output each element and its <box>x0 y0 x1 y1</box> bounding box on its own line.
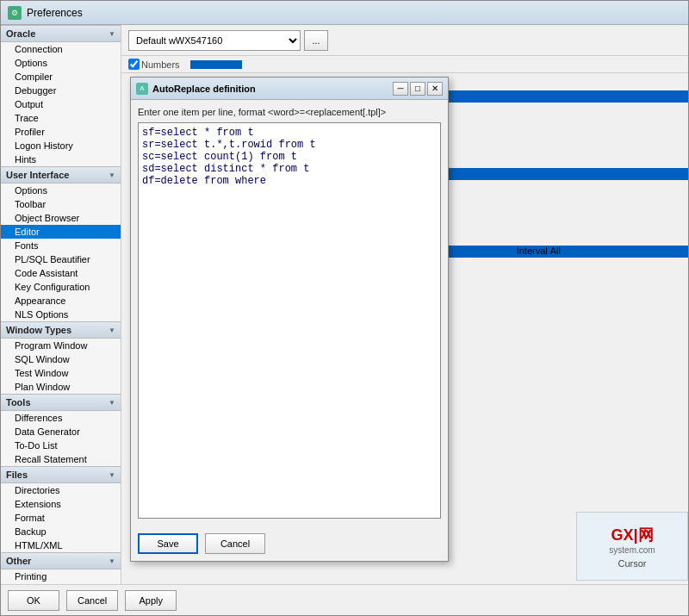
main-window: ⚙ Preferences Oracle ▼ Connection Option… <box>0 0 689 616</box>
window-icon: ⚙ <box>8 6 22 20</box>
sidebar-section-other[interactable]: Other ▼ <box>1 552 121 569</box>
sidebar-item-profiler[interactable]: Profiler <box>1 125 121 139</box>
window-title: Preferences <box>27 7 83 19</box>
dialog-controls: ─ □ ✕ <box>393 82 443 96</box>
title-bar: ⚙ Preferences <box>1 1 688 25</box>
interval-value: All <box>550 246 561 256</box>
sidebar-item-ui-options[interactable]: Options <box>1 184 121 197</box>
sidebar-item-key-configuration[interactable]: Key Configuration <box>1 280 121 294</box>
bottom-bar: OK Cancel Apply <box>1 584 688 615</box>
interval-label: Interval <box>517 246 548 256</box>
sidebar-item-toolbar[interactable]: Toolbar <box>1 197 121 211</box>
dialog-title: AutoReplace definition <box>152 84 256 94</box>
apply-button[interactable]: Apply <box>125 590 177 611</box>
cancel-button[interactable]: Cancel <box>205 533 265 554</box>
sidebar-item-recall-statement[interactable]: Recall Statement <box>1 452 121 466</box>
toolbar-area: Default wWX547160 ... <box>121 25 688 56</box>
numbers-label: Numbers <box>141 59 180 70</box>
sidebar-item-output[interactable]: Output <box>1 97 121 111</box>
sidebar-item-test-window[interactable]: Test Window <box>1 366 121 380</box>
blue-bar-3 <box>447 246 688 258</box>
dialog-footer: Save Cancel <box>131 528 448 561</box>
sidebar-item-backup[interactable]: Backup <box>1 525 121 538</box>
sidebar-item-nls-options[interactable]: NLS Options <box>1 308 121 321</box>
sidebar-item-code-assistant[interactable]: Code Assistant <box>1 266 121 280</box>
watermark-url: system.com <box>609 545 655 555</box>
sidebar-item-appearance[interactable]: Appearance <box>1 294 121 308</box>
blue-bar-2 <box>447 168 688 180</box>
interval-area: Interval All <box>517 246 561 256</box>
sidebar-item-html-xml[interactable]: HTML/XML <box>1 538 121 552</box>
sidebar-item-plsql-beautifier[interactable]: PL/SQL Beautifier <box>1 252 121 266</box>
ok-button[interactable]: OK <box>8 590 59 611</box>
dialog-description: Enter one item per line, format <word>=<… <box>138 107 441 117</box>
arrow-icon: ▼ <box>109 557 115 565</box>
content-area: Oracle ▼ Connection Options Compiler Deb… <box>1 25 688 584</box>
close-button[interactable]: ✕ <box>427 82 443 96</box>
sidebar-item-connection[interactable]: Connection <box>1 42 121 56</box>
sidebar-section-user-interface[interactable]: User Interface ▼ <box>1 166 121 184</box>
sidebar-item-hints[interactable]: Hints <box>1 152 121 166</box>
sidebar-section-oracle[interactable]: Oracle ▼ <box>1 25 121 42</box>
sidebar-item-plan-window[interactable]: Plan Window <box>1 380 121 394</box>
sidebar-item-format[interactable]: Format <box>1 511 121 525</box>
sidebar-item-program-window[interactable]: Program Window <box>1 339 121 352</box>
maximize-button[interactable]: □ <box>410 82 425 96</box>
sidebar-section-tools[interactable]: Tools ▼ <box>1 394 121 411</box>
arrow-icon: ▼ <box>109 327 115 334</box>
sidebar-item-compiler[interactable]: Compiler <box>1 70 121 84</box>
numbers-bar: Numbers <box>121 56 688 73</box>
watermark-logo: GX|网 <box>611 525 653 545</box>
sidebar-item-extensions[interactable]: Extensions <box>1 497 121 511</box>
sidebar-item-trace[interactable]: Trace <box>1 111 121 125</box>
sidebar-item-options[interactable]: Options <box>1 56 121 70</box>
dialog-body: Enter one item per line, format <word>=<… <box>131 100 448 528</box>
sidebar-item-sql-window[interactable]: SQL Window <box>1 352 121 366</box>
save-button[interactable]: Save <box>138 533 198 554</box>
dropdown-select[interactable]: Default wWX547160 <box>128 30 301 51</box>
arrow-icon: ▼ <box>109 399 115 407</box>
sidebar-item-debugger[interactable]: Debugger <box>1 84 121 97</box>
main-panel: Default wWX547160 ... Numbers <box>121 25 688 584</box>
sidebar-section-files[interactable]: Files ▼ <box>1 466 121 483</box>
cancel-main-button[interactable]: Cancel <box>66 590 118 611</box>
numbers-checkbox[interactable] <box>128 59 140 70</box>
arrow-icon: ▼ <box>109 30 115 38</box>
arrow-icon: ▼ <box>109 171 115 179</box>
autoreplace-dialog: A AutoReplace definition ─ □ ✕ Enter one… <box>130 77 449 562</box>
dialog-icon: A <box>136 83 148 95</box>
sidebar-item-todo-list[interactable]: To-Do List <box>1 439 121 452</box>
sidebar-item-fonts[interactable]: Fonts <box>1 239 121 252</box>
sidebar-item-printing[interactable]: Printing <box>1 569 121 583</box>
dialog-title-bar: A AutoReplace definition ─ □ ✕ <box>131 78 448 100</box>
more-button[interactable]: ... <box>304 30 328 51</box>
sidebar-item-editor[interactable]: Editor <box>1 225 121 239</box>
sidebar-item-logon-history[interactable]: Logon History <box>1 139 121 152</box>
numbers-color-bar <box>190 60 242 69</box>
watermark: GX|网 system.com Cursor <box>576 512 688 581</box>
minimize-button[interactable]: ─ <box>393 82 408 96</box>
blue-bar-1 <box>447 90 688 103</box>
dialog-title-left: A AutoReplace definition <box>136 83 256 95</box>
sidebar-item-object-browser[interactable]: Object Browser <box>1 211 121 225</box>
sidebar-item-differences[interactable]: Differences <box>1 411 121 425</box>
dialog-textarea[interactable]: sf=select * from t sr=select t.*,t.rowid… <box>138 122 441 519</box>
sidebar-section-window-types[interactable]: Window Types ▼ <box>1 321 121 339</box>
sidebar-item-directories[interactable]: Directories <box>1 483 121 497</box>
arrow-icon: ▼ <box>109 471 115 479</box>
watermark-text: Cursor <box>618 558 646 569</box>
sidebar: Oracle ▼ Connection Options Compiler Deb… <box>1 25 121 584</box>
sidebar-item-data-generator[interactable]: Data Generator <box>1 425 121 439</box>
